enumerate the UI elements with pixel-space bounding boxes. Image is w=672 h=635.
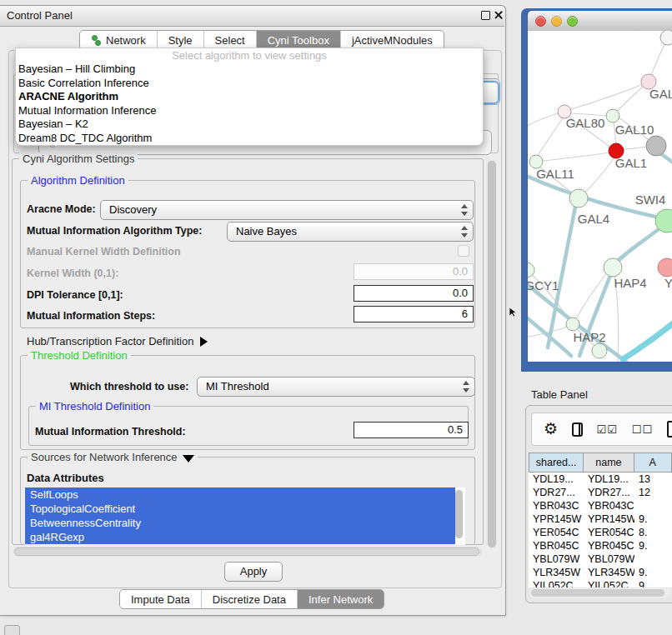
minimized-panel-button[interactable] (4, 625, 20, 635)
network-node[interactable] (566, 318, 579, 331)
table-cell: 12 (634, 486, 672, 499)
tab-jactivemnodules[interactable]: jActiveMNodules (340, 31, 444, 49)
network-edge[interactable] (571, 82, 649, 109)
window-minimize-light[interactable] (551, 16, 562, 27)
close-icon[interactable] (494, 10, 504, 20)
document-icon[interactable] (667, 421, 672, 438)
network-view-window: GALGAL80GAL10GAL1GAL11GAL4SWI4HAP4YGCY1H… (521, 8, 672, 372)
table-horizontal-scrollbar[interactable] (529, 588, 670, 598)
expand-right-icon (200, 337, 208, 347)
table-cell: YIL052C (584, 579, 634, 588)
float-window-icon[interactable] (481, 11, 490, 20)
network-edge[interactable] (616, 229, 659, 262)
column-header-shared-[interactable]: shared... (529, 453, 584, 472)
table-cell: 9. (634, 566, 672, 579)
sources-collapser[interactable]: Sources for Network Inference (28, 451, 198, 463)
algorithm-option[interactable]: Basic Correlation Inference (16, 77, 483, 91)
algorithm-option[interactable]: ARACNE Algorithm (16, 90, 483, 104)
unchecked-pair-icon[interactable] (632, 422, 653, 437)
window-close-light[interactable] (535, 16, 546, 27)
node-label: SWI4 (635, 192, 666, 207)
network-node[interactable] (528, 262, 534, 278)
scrollbar-thumb[interactable] (14, 548, 479, 556)
network-node[interactable] (658, 258, 672, 277)
window-zoom-light[interactable] (567, 16, 578, 27)
table-row[interactable]: YER054CYER054C8. (529, 526, 672, 539)
table-cell: YPR145W (529, 512, 584, 526)
tab-cyni-toolbox[interactable]: Cyni Toolbox (256, 31, 340, 49)
network-edge[interactable] (584, 158, 614, 192)
panel-horizontal-scrollbar[interactable] (13, 547, 482, 557)
table-row[interactable]: YIL052CYIL052C9 (529, 579, 672, 588)
network-node[interactable] (592, 343, 607, 358)
tab-network[interactable]: Network (80, 31, 157, 49)
which-threshold-select[interactable]: MI Threshold (197, 377, 475, 397)
table-cell: 13 (634, 472, 672, 486)
tab-label: Discretize Data (213, 593, 286, 606)
table-cell: YDR27... (529, 486, 584, 499)
attribute-item[interactable]: gal4RGexp (25, 530, 455, 544)
apply-button[interactable]: Apply (224, 562, 283, 582)
network-edge[interactable] (623, 321, 672, 359)
table-row[interactable]: YBL079WYBL079W (529, 552, 672, 566)
tab-discretize-data[interactable]: Discretize Data (201, 590, 297, 608)
table-row[interactable]: YBR045CYBR045C9. (529, 539, 672, 552)
algorithm-option[interactable]: Bayesian – Hill Climbing (16, 62, 483, 77)
scrollbar-thumb[interactable] (531, 589, 664, 597)
attribute-item[interactable]: BetweennessCentrality (25, 516, 455, 530)
node-label: GAL (649, 87, 672, 101)
table-row[interactable]: YPR145WYPR145W9. (529, 512, 672, 526)
dpi-tolerance-field[interactable]: 0.0 (354, 285, 474, 302)
selected-value: MI Threshold (206, 378, 269, 396)
node-label: GAL11 (536, 167, 574, 181)
network-edge[interactable] (528, 314, 571, 356)
network-canvas[interactable]: GALGAL80GAL10GAL1GAL11GAL4SWI4HAP4YGCY1H… (528, 31, 672, 362)
table-row[interactable]: YDL19...YDL19...13 (529, 472, 672, 486)
network-edge[interactable] (542, 152, 609, 161)
algorithm-option[interactable]: Dream8 DC_TDC Algorithm (16, 132, 483, 146)
column-header-name[interactable]: name (584, 453, 634, 472)
table-panel-window: shared...nameA YDL19...YDL19...13YDR27..… (525, 405, 672, 603)
split-columns-icon[interactable] (572, 422, 582, 437)
network-window-titlebar[interactable] (528, 11, 672, 32)
table-row[interactable]: YDR27...YDR27...12 (529, 486, 672, 499)
tab-label: Select (215, 34, 245, 47)
node-label: Y (664, 276, 672, 290)
table-cell: YBL079W (584, 552, 634, 566)
tab-label: jActiveMNodules (352, 34, 433, 47)
algorithm-option[interactable]: Mutual Information Inference (16, 104, 483, 118)
scrollbar-thumb[interactable] (488, 161, 496, 548)
mouse-cursor (509, 308, 518, 318)
mi-type-select[interactable]: Naive Bayes (227, 222, 474, 242)
hub-definition-expander[interactable]: Hub/Transcription Factor Definition (27, 333, 208, 348)
network-node[interactable] (569, 189, 588, 208)
network-node[interactable] (606, 109, 619, 122)
control-panel-titlebar (0, 6, 504, 27)
attribute-item[interactable]: SelfLoops (25, 488, 455, 502)
tab-infer-network[interactable]: Infer Network (297, 590, 384, 608)
network-edge[interactable] (528, 113, 558, 128)
node-label: GCY1 (528, 278, 559, 292)
network-node[interactable] (646, 136, 666, 156)
list-scrollbar-thumb[interactable] (455, 490, 463, 538)
checked-pair-icon[interactable] (597, 422, 618, 437)
mi-steps-field[interactable]: 6 (354, 306, 474, 322)
network-node[interactable] (660, 31, 672, 45)
mi-threshold-field[interactable]: 0.5 (354, 422, 469, 438)
network-edge[interactable] (538, 118, 563, 156)
network-node[interactable] (604, 258, 622, 277)
gear-icon[interactable] (544, 421, 558, 438)
attribute-item[interactable]: TopologicalCoefficient (25, 502, 455, 516)
aracne-mode-select[interactable]: Discovery (100, 200, 474, 220)
algorithm-option[interactable]: Bayesian – K2 (16, 118, 483, 132)
tab-select[interactable]: Select (203, 31, 256, 49)
node-label: HAP2 (573, 330, 605, 344)
network-edge[interactable] (623, 147, 647, 149)
tab-impute-data[interactable]: Impute Data (120, 590, 201, 608)
tab-style[interactable]: Style (157, 31, 203, 49)
panel-vertical-scrollbar[interactable] (486, 159, 497, 549)
column-header-a[interactable]: A (634, 453, 672, 472)
app-root: Control Panel NetworkStyleSelectCyni Too… (0, 0, 672, 635)
table-row[interactable]: YBR043CYBR043C (529, 499, 672, 512)
table-row[interactable]: YLR345WYLR345W9. (529, 566, 672, 579)
